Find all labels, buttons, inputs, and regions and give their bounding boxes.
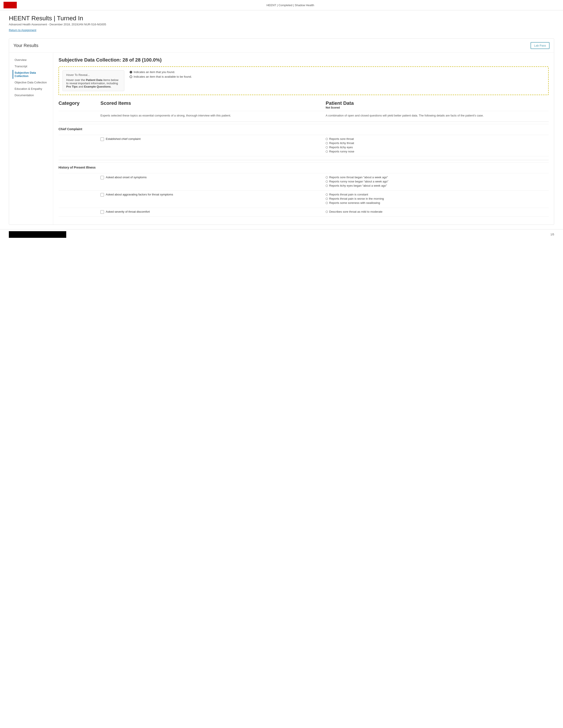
circle-icon — [326, 202, 328, 204]
top-bar: HEENT | Completed | Shadow Health — [0, 0, 563, 10]
patient-item-text: Reports sore throat began “about a week … — [329, 176, 388, 179]
sidebar-item-subjective[interactable]: Subjective Data Collection — [13, 70, 49, 79]
scored-label-severity: Asked severity of throat discomfort — [106, 210, 150, 213]
main-content: Subjective Data Collection: 28 of 28 (10… — [53, 53, 554, 225]
circle-icon — [326, 176, 328, 178]
patient-data-chief: Reports sore throat Reports itchy throat… — [326, 137, 549, 154]
list-item: Reports throat pain is worse in the morn… — [326, 197, 549, 200]
checkbox-icon — [100, 193, 104, 197]
list-item: Reports runny nose began “about a week a… — [326, 180, 549, 183]
category-header-row-hpi: History of Present Illness — [58, 162, 549, 173]
patient-data-onset: Reports sore throat began “about a week … — [326, 176, 549, 188]
page-header: HEENT Results | Turned In Advanced Healt… — [0, 10, 563, 34]
hover-reveal-box: Hover To Reveal... Hover over the Patien… — [62, 70, 124, 91]
circle-icon — [326, 138, 328, 140]
patient-data-severity: Describes sore throat as mild to moderat… — [326, 210, 549, 214]
page-title: HEENT Results | Turned In — [9, 15, 554, 22]
col-not-scored: Not Scored — [326, 106, 549, 109]
table-row: Asked about onset of symptoms Reports so… — [58, 173, 549, 190]
sidebar-item-objective[interactable]: Objective Data Collection — [13, 80, 49, 85]
scored-item-chief: Established chief complaint — [100, 137, 324, 141]
top-bar-title: HEENT | Completed | Shadow Health — [21, 4, 559, 7]
sidebar-item-overview[interactable]: Overview — [13, 57, 49, 63]
list-item: Reports itchy eyes — [326, 146, 549, 149]
checkbox-icon — [100, 137, 104, 141]
circle-icon — [326, 180, 328, 183]
hover-legend: Indicates an item that you found. Indica… — [130, 70, 545, 91]
card-title: Your Results — [13, 43, 38, 48]
category-hpi: History of Present Illness Asked about o… — [58, 162, 549, 217]
logo — [4, 2, 17, 8]
sidebar-nav: Overview Transcript Subjective Data Coll… — [9, 53, 53, 225]
circle-icon — [326, 211, 328, 213]
patient-item-text: Reports itchy eyes — [329, 146, 353, 149]
category-header-row: Chief Complaint — [58, 124, 549, 135]
sidebar-item-education[interactable]: Education & Empathy — [13, 86, 49, 92]
legend-found: Indicates an item that you found. — [133, 70, 175, 74]
col-header-scored: Scored Items — [100, 100, 324, 109]
list-item: Reports sore throat — [326, 137, 549, 141]
table-row: Established chief complaint Reports sore… — [58, 135, 549, 156]
section-title: Subjective Data Collection: 28 of 28 (10… — [58, 57, 549, 63]
results-table: Category Scored Items Patient Data Not S… — [58, 100, 549, 217]
lab-pass-button[interactable]: Lab Pass — [531, 42, 550, 49]
patient-item-text: Reports some soreness with swallowing — [329, 201, 380, 205]
scored-item-onset: Asked about onset of symptoms — [100, 176, 324, 179]
scored-item-aggravating: Asked about aggravating factors for thro… — [100, 193, 324, 197]
hover-title: Hover To Reveal... — [66, 73, 120, 77]
patient-description: A combination of open and closed questio… — [326, 114, 549, 117]
hover-reveal-area: Hover To Reveal... Hover over the Patien… — [58, 66, 549, 95]
sidebar-item-documentation[interactable]: Documentation — [13, 92, 49, 98]
patient-item-text: Reports sore throat — [329, 137, 354, 141]
footer-bar — [9, 231, 66, 238]
patient-item-text: Reports runny nose — [329, 150, 354, 153]
hover-body: Hover over the Patient Data items below … — [66, 78, 120, 88]
category-label-hpi: History of Present Illness — [58, 165, 549, 171]
patient-item-text: Reports throat pain is worse in the morn… — [329, 197, 384, 200]
list-item: Reports throat pain is constant — [326, 193, 549, 196]
page-footer: 1/5 — [0, 229, 563, 240]
description-row: Experts selected these topics as essenti… — [58, 114, 549, 117]
page-number: 1/5 — [550, 233, 554, 236]
circle-icon — [326, 193, 328, 196]
list-item: Reports sore throat began “about a week … — [326, 176, 549, 179]
list-item: Describes sore throat as mild to moderat… — [326, 210, 549, 213]
category-chief-complaint: Chief Complaint Established chief compla… — [58, 124, 549, 156]
card-header: Your Results Lab Pass — [9, 39, 554, 53]
scored-item-severity: Asked severity of throat discomfort — [100, 210, 324, 214]
circle-icon — [326, 198, 328, 200]
return-to-assignment-link[interactable]: Return to Assignment — [9, 28, 36, 32]
scored-label-chief: Established chief complaint — [106, 137, 141, 141]
list-item: Reports itchy throat — [326, 141, 549, 145]
patient-item-text: Reports runny nose began “about a week a… — [329, 180, 388, 183]
list-item: Reports some soreness with swallowing — [326, 201, 549, 205]
scored-label-aggravating: Asked about aggravating factors for thro… — [106, 193, 173, 196]
main-card: Your Results Lab Pass Overview Transcrip… — [9, 38, 554, 225]
circle-icon — [326, 146, 328, 148]
col-header-category: Category — [58, 100, 98, 109]
sidebar-item-transcript[interactable]: Transcript — [13, 64, 49, 69]
legend-available: Indicates an item that is available to b… — [133, 75, 192, 78]
patient-item-text: Describes sore throat as mild to moderat… — [329, 210, 383, 213]
patient-item-text: Reports itchy throat — [329, 141, 354, 145]
col-header-patient: Patient Data — [326, 100, 549, 106]
card-body: Overview Transcript Subjective Data Coll… — [9, 53, 554, 225]
circle-icon — [326, 150, 328, 153]
circle-filled-icon — [130, 71, 132, 73]
list-item: Reports itchy eyes began “about a week a… — [326, 184, 549, 187]
patient-item-text: Reports throat pain is constant — [329, 193, 368, 196]
list-item: Reports runny nose — [326, 150, 549, 153]
results-header-row: Category Scored Items Patient Data Not S… — [58, 100, 549, 111]
table-row: Asked about aggravating factors for thro… — [58, 190, 549, 208]
page-subtitle: Advanced Health Assessment - December 20… — [9, 23, 554, 26]
circle-icon — [326, 142, 328, 144]
scored-description: Experts selected these topics as essenti… — [100, 114, 324, 117]
patient-item-text: Reports itchy eyes began “about a week a… — [329, 184, 387, 187]
table-row: Asked severity of throat discomfort Desc… — [58, 208, 549, 217]
circle-icon — [326, 185, 328, 187]
checkbox-icon — [100, 210, 104, 214]
checkbox-icon — [100, 176, 104, 179]
circle-empty-icon — [130, 75, 132, 78]
patient-data-aggravating: Reports throat pain is constant Reports … — [326, 193, 549, 205]
scored-label-onset: Asked about onset of symptoms — [106, 176, 147, 179]
